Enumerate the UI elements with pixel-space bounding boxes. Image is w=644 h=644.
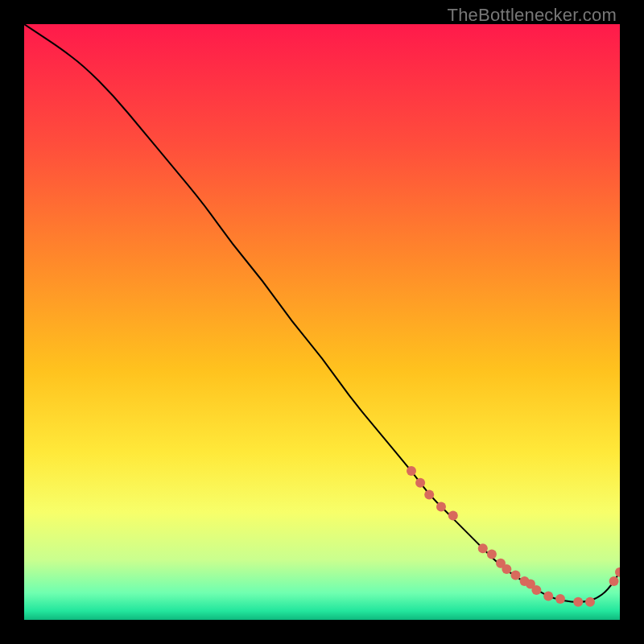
- marker-dot: [573, 597, 583, 607]
- marker-dot: [511, 571, 521, 580]
- chart-frame: [24, 24, 620, 620]
- marker-dot: [531, 585, 541, 595]
- marker-dot: [415, 478, 425, 488]
- marker-dot: [555, 594, 565, 604]
- gradient-background: [24, 24, 620, 620]
- marker-dot: [424, 490, 434, 500]
- marker-dot: [609, 576, 619, 586]
- marker-dot: [478, 543, 488, 553]
- marker-dot: [436, 502, 446, 511]
- marker-dot: [448, 511, 458, 521]
- marker-dot: [543, 591, 553, 601]
- marker-dot: [407, 466, 416, 476]
- watermark-text: TheBottlenecker.com: [448, 5, 617, 26]
- marker-dot: [502, 564, 511, 574]
- marker-dot: [585, 597, 595, 607]
- marker-dot: [487, 550, 497, 559]
- bottleneck-chart: [24, 24, 620, 620]
